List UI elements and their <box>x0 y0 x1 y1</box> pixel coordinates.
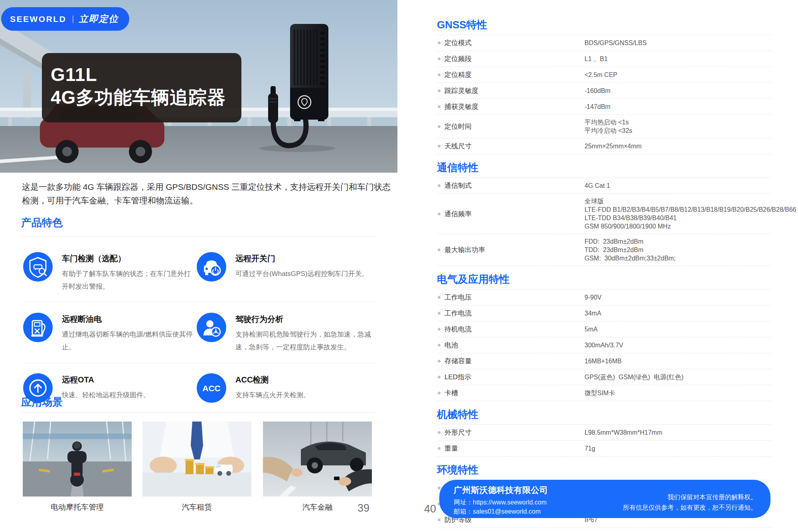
website-line: 网址：https://www.seeworld.com <box>454 498 548 507</box>
bullet-icon <box>438 518 440 521</box>
bullet-icon <box>438 125 440 128</box>
feature-fuel-cut: 远程断油电 通过继电器切断车辆的电源/燃料供应使其停止。 <box>23 313 197 354</box>
spec-row: 工作电压 9-90V <box>437 290 771 305</box>
feature-desc: 支持车辆点火开关检测。 <box>235 389 373 402</box>
spec-row: 定位精度 <2.5m CEP <box>437 67 771 83</box>
feature-desc: 支持检测司机危险驾驶行为，如急加速，急减速，急刹等，一定程度防止事故发生。 <box>235 328 373 354</box>
feature-desc: 可通过平台(WhatsGPS)远程控制车门开关。 <box>235 268 373 280</box>
feature-title: ACC检测 <box>235 374 373 385</box>
spec-row: 工作电流 34mA <box>437 305 771 321</box>
spec-value: FDD: 23dBm±2dBmTDD: 23dBm±2dBmGSM: 30dBm… <box>585 237 676 262</box>
spec-label: 待机电流 <box>444 325 472 334</box>
brochure-spread: SEEWORLD | 立即定位 G11L 4G多功能车辆追踪器 这是一款多功能 … <box>0 0 798 532</box>
hero-title-card: G11L 4G多功能车辆追踪器 <box>42 53 241 122</box>
spec-row: 卡槽 微型SIM卡 <box>437 385 771 401</box>
page-number-right: 40 <box>424 503 436 515</box>
bullet-icon <box>438 105 440 108</box>
feature-title: 驾驶行为分析 <box>235 314 373 325</box>
email-link[interactable]: sales01@seeworld.com <box>473 508 541 515</box>
bullet-icon <box>438 184 440 187</box>
bullet-icon <box>438 296 440 299</box>
spec-row: 待机电流 5mA <box>437 321 771 337</box>
spec-row: 跟踪灵敏度 -160dBm <box>437 83 771 99</box>
spec-label: 存储容量 <box>444 357 472 366</box>
bullet-icon <box>438 248 440 251</box>
spec-section: 通信特性 通信制式 4G Cat 1 通信频率 全球版LTE-FDD B1/B2… <box>437 162 771 266</box>
spec-value: L98.5mm*W38mm*H17mm <box>585 428 662 437</box>
spec-rows: 工作电压 9-90V 工作电流 34mA 待机电流 5mA 电池 300m <box>437 290 771 401</box>
spec-section: 机械特性 外形尺寸 L98.5mm*W38mm*H17mm 重量 71g <box>437 408 771 457</box>
features-heading: 产品特色 <box>21 217 63 229</box>
spec-label: 通信频率 <box>444 209 472 219</box>
spec-label: 定位频段 <box>444 54 472 63</box>
spec-value: 34mA <box>585 309 601 317</box>
feature-title: 远程开关门 <box>235 253 373 264</box>
product-model: G11L <box>51 63 241 86</box>
scenario-label: 电动摩托车管理 <box>23 502 132 512</box>
intro-line-2: 检测，可用于汽车金融、卡车管理和物流运输。 <box>22 194 381 207</box>
spec-label: 最大输出功率 <box>444 245 485 254</box>
brand-logo-text: SEEWORLD <box>10 14 66 24</box>
spec-label: 定位时间 <box>444 122 472 131</box>
spec-label: 跟踪灵敏度 <box>444 86 478 95</box>
intro-line-1: 这是一款多功能 4G 车辆跟踪器，采用 GPS/BDS/GNSS 三重定位技术，… <box>22 180 381 194</box>
spec-value: 4G Cat 1 <box>585 181 610 190</box>
bullet-icon <box>438 431 440 434</box>
spec-row: LED指示 GPS(蓝色) GSM(绿色) 电源(红色) <box>437 369 771 385</box>
spec-label: 天线尺寸 <box>444 142 472 151</box>
spec-row: 定位模式 BDS/GPS/GNSS/LBS <box>437 35 771 51</box>
bullet-icon <box>438 344 440 347</box>
feature-desc: 快速、轻松地远程升级固件。 <box>62 389 197 402</box>
bullet-icon <box>438 360 440 363</box>
driver-behavior-icon <box>197 313 226 342</box>
footer-disclaimer: 我们保留对本宣传册的解释权。 所有信息仅供参考，如有更改，恕不另行通知。 <box>623 492 757 513</box>
bullet-icon <box>438 447 440 450</box>
spec-section-title: 通信特性 <box>437 162 771 178</box>
feature-row: 远程断油电 通过继电器切断车辆的电源/燃料供应使其停止。 <box>23 302 376 363</box>
spec-value: 全球版LTE-FDD B1/B2/B3/B4/B5/B7/B8/B12/B13/… <box>585 197 796 231</box>
product-title: 4G多功能车辆追踪器 <box>51 86 241 109</box>
spec-value: 9-90V <box>585 293 602 301</box>
page-number-left: 39 <box>358 502 369 514</box>
spec-value: <2.5m CEP <box>585 71 617 79</box>
website-link[interactable]: https://www.seeworld.com <box>473 499 547 506</box>
spec-label: 工作电流 <box>444 309 472 318</box>
spec-row: 外形尺寸 L98.5mm*W38mm*H17mm <box>437 425 771 441</box>
brand-logo-tagline: 立即定位 <box>79 13 119 25</box>
spec-section-title: 电气及应用特性 <box>437 273 771 290</box>
spec-section: GNSS特性 定位模式 BDS/GPS/GNSS/LBS 定位频段 L1 、B1… <box>437 19 771 154</box>
scenario-photo-finance <box>263 422 372 497</box>
spec-row: 通信频率 全球版LTE-FDD B1/B2/B3/B4/B5/B7/B8/B12… <box>437 194 771 234</box>
footer-left: 广州斯沃德科技有限公司 网址：https://www.seeworld.com … <box>454 485 548 516</box>
scenario-label: 汽车金融 <box>263 502 372 512</box>
feature-acc-detect: ACC ACC检测 支持车辆点火开关检测。 <box>197 373 376 403</box>
feature-door-detect: 车门检测（选配） 有助于了解车队车辆的状态；在车门意外打开时发出警报。 <box>23 252 197 293</box>
spec-value: L1 、B1 <box>585 55 608 63</box>
disclaimer-line-1: 我们保留对本宣传册的解释权。 <box>623 492 757 502</box>
spec-rows: 外形尺寸 L98.5mm*W38mm*H17mm 重量 71g <box>437 425 771 457</box>
remote-door-car-icon <box>197 252 226 282</box>
spec-row: 最大输出功率 FDD: 23dBm±2dBmTDD: 23dBm±2dBmGSM… <box>437 234 771 266</box>
website-label: 网址： <box>454 499 473 506</box>
spec-value: GPS(蓝色) GSM(绿色) 电源(红色) <box>585 373 683 381</box>
bullet-icon <box>438 487 440 489</box>
scenario-photo-motorcycle <box>23 422 132 497</box>
spec-label: 卡槽 <box>444 388 458 398</box>
spec-value: 25mm×25mm×4mm <box>585 142 642 150</box>
brand-logo: SEEWORLD | 立即定位 <box>1 7 129 31</box>
feature-remote-door: 远程开关门 可通过平台(WhatsGPS)远程控制车门开关。 <box>197 252 376 293</box>
spec-label: 重量 <box>444 444 458 453</box>
spec-label: 定位精度 <box>444 70 472 79</box>
disclaimer-line-2: 所有信息仅供参考，如有更改，恕不另行通知。 <box>623 502 757 513</box>
bullet-icon <box>438 376 440 378</box>
footer-contact-card: 广州斯沃德科技有限公司 网址：https://www.seeworld.com … <box>439 480 770 518</box>
device-connector <box>268 93 278 123</box>
feature-title: 远程OTA <box>62 374 197 385</box>
spec-label: 工作电压 <box>444 293 472 302</box>
scenario-label: 汽车租赁 <box>142 502 251 512</box>
company-name: 广州斯沃德科技有限公司 <box>454 485 548 496</box>
bullet-icon <box>438 145 440 148</box>
door-detect-shield-icon <box>23 252 53 282</box>
scenarios-heading: 应用场景 <box>21 396 63 408</box>
spec-value: 平均热启动 <1s平均冷启动 <32s <box>585 118 632 135</box>
